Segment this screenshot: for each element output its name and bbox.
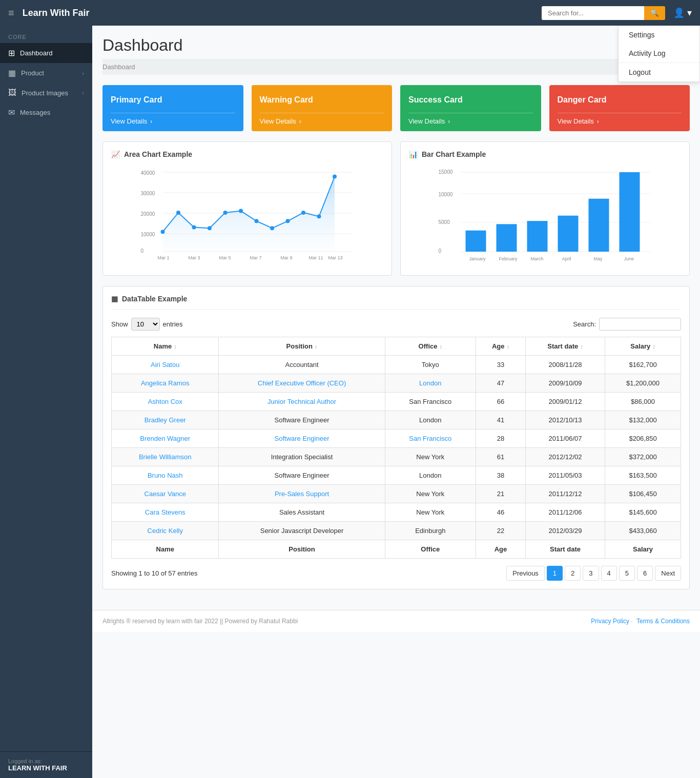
cell-start-date: 2009/10/09: [525, 374, 605, 393]
showing-text: Showing 1 to 10 of 57 entries: [111, 569, 197, 577]
footer-left: Allrights ® reserved by learn with fair …: [102, 618, 298, 625]
user-menu-button[interactable]: 👤 ▾: [673, 7, 692, 18]
cell-age: 28: [476, 429, 526, 448]
col-office[interactable]: Office↕: [385, 337, 476, 356]
cell-age: 61: [476, 448, 526, 466]
page-4-button[interactable]: 4: [601, 566, 617, 581]
cell-start-date: 2011/06/07: [525, 429, 605, 448]
primary-card-title: Primary Card: [111, 95, 235, 105]
primary-card: Primary Card View Details ›: [102, 85, 243, 131]
svg-point-15: [223, 211, 228, 215]
sidebar-item-product[interactable]: ▦ Product ›: [0, 63, 92, 83]
svg-text:30000: 30000: [141, 191, 155, 196]
pagination-row: Showing 1 to 10 of 57 entries Previous 1…: [111, 566, 681, 581]
col-position[interactable]: Position↕: [219, 337, 385, 356]
page-1-button[interactable]: 1: [547, 566, 563, 581]
svg-point-21: [317, 214, 321, 218]
footer-separator: ·: [631, 618, 632, 625]
cell-start-date: 2008/11/28: [525, 356, 605, 374]
danger-card-arrow-icon: ›: [597, 118, 599, 125]
product-images-icon: 🖼: [8, 88, 16, 97]
cell-office: London: [385, 374, 476, 393]
cell-name: Cedric Kelly: [112, 522, 219, 540]
svg-text:10000: 10000: [439, 192, 453, 197]
breadcrumb: Dashboard: [102, 59, 690, 75]
cell-salary: $372,000: [605, 448, 681, 466]
terms-link[interactable]: Terms & Conditions: [636, 618, 690, 625]
user-icon: 👤: [673, 8, 685, 18]
svg-rect-42: [589, 199, 609, 252]
dropdown-settings[interactable]: Settings: [619, 26, 699, 44]
danger-card-link[interactable]: View Details ›: [558, 113, 682, 125]
area-chart-svg: 40000 30000 20000 10000 0: [111, 165, 383, 267]
primary-card-arrow-icon: ›: [150, 118, 152, 125]
dropdown-activity-log[interactable]: Activity Log: [619, 44, 699, 63]
cell-start-date: 2012/10/13: [525, 411, 605, 429]
svg-text:March: March: [531, 256, 544, 261]
cell-office: London: [385, 411, 476, 429]
area-chart-title: 📈 Area Chart Example: [111, 150, 383, 158]
svg-text:April: April: [562, 256, 571, 261]
pagination: Previous 1 2 3 4 5 6 Next: [506, 566, 681, 581]
col-start-date[interactable]: Start date↕: [525, 337, 605, 356]
sidebar-item-messages[interactable]: ✉ Messages: [0, 103, 92, 122]
svg-text:Mar 5: Mar 5: [219, 255, 231, 260]
svg-point-17: [255, 219, 259, 223]
svg-rect-38: [466, 231, 486, 252]
show-label: Show: [111, 320, 128, 328]
dropdown-logout[interactable]: Logout: [619, 63, 699, 81]
cell-office: Tokyo: [385, 356, 476, 374]
cell-name: Bruno Nash: [112, 466, 219, 485]
datatable-search-input[interactable]: [599, 318, 681, 331]
cell-position: Chief Executive Officer (CEO): [219, 374, 385, 393]
warning-card-link[interactable]: View Details ›: [260, 113, 384, 125]
svg-text:Mar 11: Mar 11: [309, 255, 323, 260]
page-5-button[interactable]: 5: [619, 566, 635, 581]
svg-text:Mar 1: Mar 1: [158, 255, 170, 260]
search-input[interactable]: [542, 6, 644, 20]
cell-position: Pre-Sales Support: [219, 485, 385, 503]
sidebar-section-core: CORE: [0, 26, 92, 43]
sidebar-item-product-images[interactable]: 🖼 Product Images ›: [0, 83, 92, 103]
table-row: Brielle Williamson Integration Specialis…: [112, 448, 681, 466]
col-salary[interactable]: Salary↕: [605, 337, 681, 356]
cell-office: New York: [385, 485, 476, 503]
page-2-button[interactable]: 2: [565, 566, 581, 581]
show-select[interactable]: 10 25 50 100: [131, 318, 160, 331]
table-row: Cedric Kelly Senior Javascript Developer…: [112, 522, 681, 540]
svg-text:0: 0: [141, 248, 144, 254]
svg-point-22: [333, 175, 337, 179]
svg-point-12: [176, 211, 180, 215]
svg-text:January: January: [469, 256, 486, 261]
sidebar-item-product-images-label: Product Images: [22, 89, 82, 97]
sidebar-item-dashboard[interactable]: ⊞ Dashboard: [0, 43, 92, 63]
svg-text:Mar 7: Mar 7: [250, 255, 262, 260]
warning-card: Warning Card View Details ›: [252, 85, 393, 131]
primary-card-link[interactable]: View Details ›: [111, 113, 235, 125]
search-label: Search:: [573, 320, 596, 328]
col-name[interactable]: Name↕: [112, 337, 219, 356]
table-row: Airi Satou Accountant Tokyo 33 2008/11/2…: [112, 356, 681, 374]
cell-salary: $86,000: [605, 393, 681, 411]
page-6-button[interactable]: 6: [637, 566, 653, 581]
page-3-button[interactable]: 3: [583, 566, 599, 581]
cell-position: Accountant: [219, 356, 385, 374]
danger-card-title: Danger Card: [558, 95, 682, 105]
search-button[interactable]: 🔍: [644, 6, 665, 20]
cell-name: Ashton Cox: [112, 393, 219, 411]
next-button[interactable]: Next: [655, 566, 681, 581]
col-age[interactable]: Age↕: [476, 337, 526, 356]
warning-card-title: Warning Card: [260, 95, 384, 105]
svg-point-19: [286, 219, 290, 223]
bar-chart-svg: 15000 10000 5000 0: [409, 165, 681, 267]
foot-name: Name: [112, 540, 219, 559]
messages-icon: ✉: [8, 108, 15, 117]
svg-text:40000: 40000: [141, 170, 155, 176]
svg-point-20: [301, 211, 305, 215]
prev-button[interactable]: Previous: [506, 566, 545, 581]
success-card-link[interactable]: View Details ›: [408, 113, 533, 125]
hamburger-icon[interactable]: ≡: [8, 7, 14, 19]
privacy-policy-link[interactable]: Privacy Policy: [591, 618, 629, 625]
sidebar-item-product-label: Product: [21, 69, 82, 77]
entries-label: entries: [163, 320, 183, 328]
